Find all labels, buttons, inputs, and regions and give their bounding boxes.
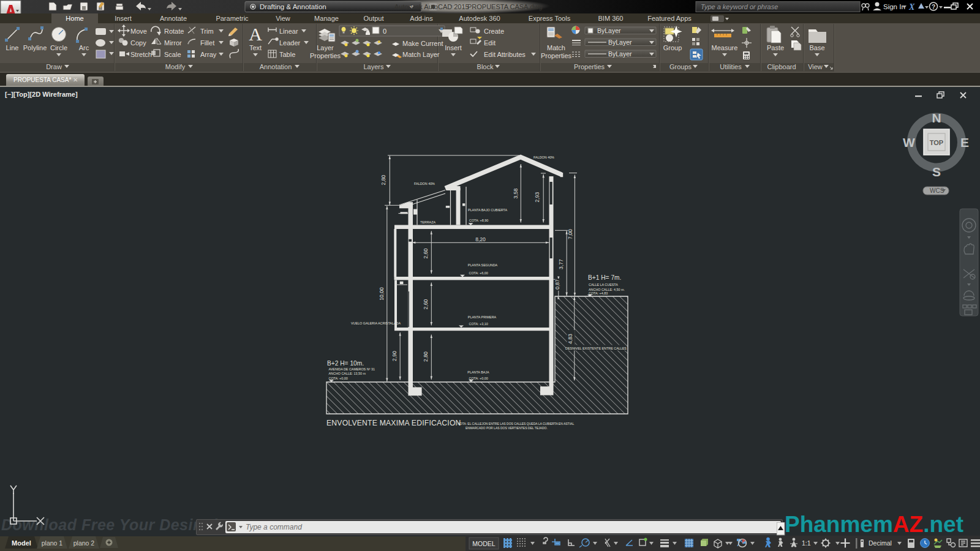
svg-text:2,80: 2,80	[380, 174, 386, 185]
svg-text:B+1 H= 7m.: B+1 H= 7m.	[588, 274, 621, 281]
svg-text:4,83: 4,83	[567, 334, 573, 344]
svg-text:DESNIVEL EXISTENTE ENTRE CALLE: DESNIVEL EXISTENTE ENTRE CALLES	[565, 347, 627, 350]
svg-text:Mirror: Mirror	[164, 39, 182, 47]
svg-text:TOP: TOP	[930, 139, 943, 146]
svg-text:S: S	[932, 165, 941, 179]
svg-text:ByLayer: ByLayer	[597, 27, 621, 34]
svg-text:Measure: Measure	[712, 44, 738, 51]
svg-text:Circle: Circle	[50, 44, 67, 51]
svg-text:ANCHO CALLE: 13,50 m: ANCHO CALLE: 13,50 m	[329, 372, 366, 375]
svg-text:Add-ins: Add-ins	[410, 15, 433, 22]
svg-text:Match Layer: Match Layer	[402, 51, 440, 58]
svg-text:Groups: Groups	[669, 63, 692, 70]
svg-text:1:1: 1:1	[802, 539, 811, 547]
svg-text:Trim: Trim	[200, 28, 214, 35]
svg-text:Group: Group	[663, 44, 682, 51]
svg-text:Utilities: Utilities	[720, 63, 742, 70]
svg-text:COTA: +6,00: COTA: +6,00	[469, 271, 488, 275]
svg-text:Scale: Scale	[164, 51, 181, 58]
svg-text:Autodesk 360: Autodesk 360	[459, 15, 500, 22]
svg-text:ANCHO CALLE: 4,50 m.: ANCHO CALLE: 4,50 m.	[589, 288, 625, 291]
svg-text:Table: Table	[279, 51, 295, 58]
svg-text:TERRAZA: TERRAZA	[420, 220, 436, 224]
svg-text:PLANTA BAJA: PLANTA BAJA	[467, 370, 489, 374]
svg-text:3,77: 3,77	[558, 259, 564, 269]
svg-text:PLANTA SEGUNDA: PLANTA SEGUNDA	[468, 263, 498, 267]
svg-text:B+2 H= 10m.: B+2 H= 10m.	[327, 360, 364, 367]
svg-text:Text: Text	[249, 44, 262, 51]
svg-text:WCS: WCS	[930, 187, 944, 194]
svg-text:Move: Move	[130, 28, 147, 35]
svg-text:View: View	[276, 15, 290, 22]
svg-text:AVENIDA DE CAMEROS Nº 31: AVENIDA DE CAMEROS Nº 31	[329, 367, 375, 371]
svg-text:Leader: Leader	[279, 39, 301, 47]
svg-text:Properties: Properties	[310, 52, 341, 59]
svg-text:Edit: Edit	[484, 39, 496, 47]
svg-text:Match: Match	[547, 44, 565, 51]
svg-text:BIM 360: BIM 360	[598, 15, 624, 22]
svg-text:Paste: Paste	[767, 44, 784, 51]
svg-text:Rotate: Rotate	[164, 28, 184, 35]
svg-text:Parametric: Parametric	[216, 15, 249, 22]
svg-text:Output: Output	[363, 15, 383, 22]
svg-text:PLANTA PRIMERA: PLANTA PRIMERA	[468, 315, 497, 319]
svg-text:ENMARCADO POR LAS DOS VERTIENT: ENMARCADO POR LAS DOS VERTIENTES DEL TEJ…	[466, 426, 548, 430]
svg-text:2,93: 2,93	[534, 192, 540, 202]
svg-text:W: W	[903, 135, 915, 149]
svg-text:Modify: Modify	[165, 63, 186, 70]
svg-text:Insert: Insert	[115, 15, 132, 22]
svg-text:Arc: Arc	[79, 44, 89, 51]
svg-text:COTA: +4,83: COTA: +4,83	[589, 291, 608, 295]
svg-text:Copy: Copy	[130, 39, 146, 47]
svg-text:Create: Create	[484, 28, 504, 35]
svg-text:Draw: Draw	[46, 63, 62, 70]
svg-text:Make Current: Make Current	[402, 40, 443, 47]
svg-text:Model: Model	[12, 539, 31, 547]
svg-text:MODEL: MODEL	[472, 540, 496, 547]
svg-text:Polyline: Polyline	[23, 44, 47, 51]
svg-text:Stretch: Stretch	[130, 51, 152, 58]
svg-text:A: A	[249, 24, 262, 44]
svg-text:Linear: Linear	[279, 28, 298, 35]
svg-text:Block: Block	[477, 63, 494, 70]
svg-text:COTA: +8,90: COTA: +8,90	[469, 219, 488, 222]
svg-text:2,60: 2,60	[423, 299, 429, 309]
svg-text:VUELO GALERIA ACRISTALADA: VUELO GALERIA ACRISTALADA	[351, 321, 401, 325]
svg-text:Annotate: Annotate	[160, 15, 187, 22]
svg-text:Home: Home	[66, 15, 83, 22]
svg-text:2,90: 2,90	[391, 351, 398, 361]
svg-text:Decimal: Decimal	[869, 539, 892, 547]
svg-text:Fillet: Fillet	[200, 39, 214, 47]
svg-text:Array: Array	[200, 51, 217, 58]
svg-text:Properties: Properties	[574, 63, 605, 70]
svg-text:COTA: +0,00: COTA: +0,00	[329, 377, 348, 380]
svg-text:Express Tools: Express Tools	[529, 15, 571, 22]
svg-text:FALDON 40%: FALDON 40%	[533, 156, 554, 159]
svg-text:7,00: 7,00	[567, 229, 573, 239]
svg-text:2,80: 2,80	[423, 351, 429, 362]
svg-text:ENVOLVENTE MAXIMA EDIFICACION: ENVOLVENTE MAXIMA EDIFICACION	[326, 419, 461, 427]
svg-text:View: View	[808, 63, 823, 70]
svg-text:COTA: +3,10: COTA: +3,10	[469, 322, 488, 326]
svg-text:CALLE LA CUESTA: CALLE LA CUESTA	[589, 283, 618, 287]
svg-text:3,58: 3,58	[513, 188, 519, 198]
svg-text:plano 2: plano 2	[74, 539, 95, 547]
svg-text:ByLayer: ByLayer	[608, 50, 632, 58]
svg-text:Layers: Layers	[363, 63, 384, 70]
svg-text:Manage: Manage	[314, 15, 339, 22]
svg-text:10,00: 10,00	[379, 287, 385, 301]
svg-text:Annotation: Annotation	[260, 63, 292, 70]
svg-text:8,20: 8,20	[475, 236, 486, 242]
svg-text:Clipboard: Clipboard	[767, 63, 796, 70]
svg-text:Properties: Properties	[541, 52, 572, 59]
svg-text:COTA: +0,00: COTA: +0,00	[469, 377, 488, 380]
svg-text:Layer: Layer	[317, 44, 334, 51]
svg-text:PLANTA BAJO CUBIERTA: PLANTA BAJO CUBIERTA	[468, 208, 508, 212]
svg-text:plano 1: plano 1	[42, 539, 63, 547]
svg-text:2,60: 2,60	[423, 248, 429, 258]
svg-text:Featured Apps: Featured Apps	[647, 15, 692, 22]
svg-text:Edit Attributes: Edit Attributes	[484, 51, 526, 58]
svg-text:Line: Line	[6, 44, 19, 51]
svg-text:0: 0	[383, 28, 386, 35]
svg-text:Base: Base	[809, 44, 824, 51]
